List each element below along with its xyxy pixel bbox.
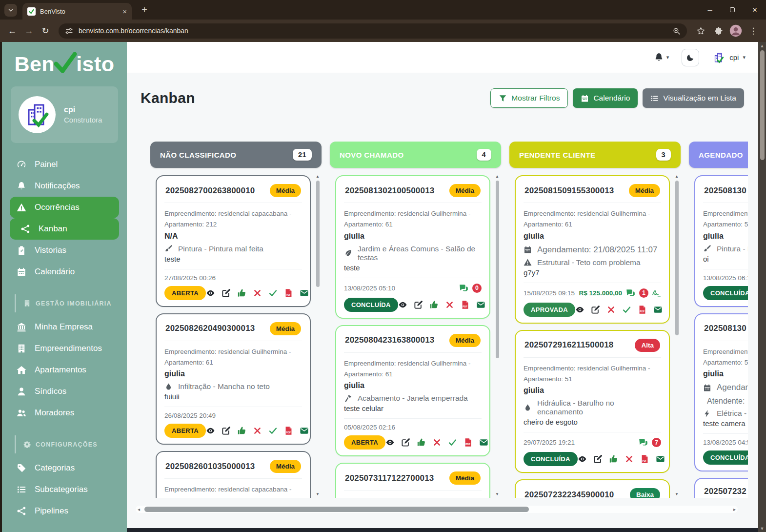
dark-mode-toggle[interactable] <box>682 49 699 66</box>
sidebar-item-moradores[interactable]: Moradores <box>10 402 119 424</box>
bookmark-star-button[interactable] <box>693 23 708 39</box>
chat-bubbles-icon[interactable] <box>459 283 469 293</box>
edit-pencil-icon[interactable] <box>401 438 410 447</box>
zoom-icon[interactable] <box>672 27 681 35</box>
column-card-list[interactable]: 2025081509155300013MédiaEmpreendimento: … <box>509 174 681 498</box>
pdf-file-icon[interactable]: PDF <box>461 300 470 309</box>
sidebar-item-ocorrencias[interactable]: Ocorrências <box>10 197 119 218</box>
envelope-icon[interactable] <box>479 438 488 447</box>
site-settings-icon[interactable] <box>65 27 73 35</box>
tab-search-button[interactable] <box>4 4 17 17</box>
column-scrollbar[interactable]: ▲▼ <box>674 174 679 497</box>
envelope-icon[interactable] <box>300 426 309 435</box>
kanban-card[interactable]: 2025082620490300013MédiaEmpreendimento: … <box>156 313 311 445</box>
new-tab-button[interactable]: + <box>139 4 150 16</box>
view-eye-icon[interactable] <box>206 288 215 298</box>
sidebar-item-subcategorias[interactable]: Subcategorias <box>10 479 119 500</box>
edit-pencil-icon[interactable] <box>222 288 231 298</box>
kanban-card[interactable]: 2025073117122700013MédiaEmpreendimento: … <box>335 463 490 498</box>
column-card-list[interactable]: 2025082700263800010MédiaEmpreendimento: … <box>150 174 322 498</box>
scroll-right-icon[interactable]: ▸ <box>733 507 736 512</box>
column-header[interactable]: AGENDADO <box>689 142 748 168</box>
scroll-down-icon[interactable]: ▼ <box>760 525 765 532</box>
column-scrollbar-thumb[interactable] <box>675 181 679 335</box>
sidebar-item-painel[interactable]: Painel <box>10 154 119 175</box>
browser-tab[interactable]: BenVisto × <box>22 3 132 20</box>
sidebar-item-empreendimentos[interactable]: Empreendimentos <box>10 338 119 359</box>
view-eye-icon[interactable] <box>398 300 407 309</box>
column-scrollbar-thumb[interactable] <box>496 181 499 358</box>
envelope-icon[interactable] <box>300 288 309 298</box>
board-horizontal-scrollbar[interactable]: ◂ ▸ <box>136 506 738 513</box>
check-icon[interactable] <box>268 288 278 298</box>
horizontal-scrollbar-thumb[interactable] <box>144 507 529 512</box>
pdf-file-icon[interactable]: PDF <box>640 454 649 464</box>
browser-menu-button[interactable]: ⋮ <box>746 23 761 39</box>
chat-bubbles-icon[interactable] <box>638 437 648 448</box>
chat-bubbles-icon[interactable] <box>625 288 636 298</box>
edit-pencil-icon[interactable] <box>414 300 423 309</box>
thumbs-up-icon[interactable] <box>237 288 246 298</box>
sidebar-item-apartamentos[interactable]: Apartamentos <box>10 359 119 381</box>
close-x-icon[interactable] <box>253 288 262 298</box>
kanban-card[interactable]: 2025082700263800010MédiaEmpreendimento: … <box>156 175 311 307</box>
kanban-card[interactable]: 2025072916211500018AltaEmpreendimento: r… <box>515 330 670 473</box>
sidebar-item-categorias[interactable]: Categorias <box>10 457 119 479</box>
check-icon[interactable] <box>268 426 278 435</box>
calendar-button[interactable]: Calendário <box>573 88 638 108</box>
thumbs-up-icon[interactable] <box>237 426 246 435</box>
scroll-up-icon[interactable]: ▲ <box>316 174 320 179</box>
app-logo[interactable]: Benisto <box>2 54 127 75</box>
edit-pencil-icon[interactable] <box>593 454 603 464</box>
show-filters-button[interactable]: Mostrar Filtros <box>490 88 568 108</box>
sidebar-item-pipelines[interactable]: Pipelines <box>10 500 119 522</box>
scroll-up-icon[interactable]: ▲ <box>495 174 499 179</box>
kanban-card[interactable]: 2025081509155300013MédiaEmpreendimento: … <box>515 175 670 324</box>
view-eye-icon[interactable] <box>578 454 587 464</box>
thumbs-up-icon[interactable] <box>609 454 618 464</box>
scroll-up-icon[interactable]: ▲ <box>675 174 679 179</box>
close-x-icon[interactable] <box>445 300 454 309</box>
kanban-card[interactable]: 2025080423163800013MédiaEmpreendimento: … <box>335 325 490 457</box>
column-scrollbar[interactable]: ▲▼ <box>315 174 320 497</box>
envelope-icon[interactable] <box>653 305 663 314</box>
column-card-list[interactable]: 202508130MédiaEmpreendimento: residencia… <box>689 174 748 498</box>
back-button[interactable]: ← <box>5 23 20 38</box>
pdf-file-icon[interactable]: PDF <box>638 305 647 314</box>
sidebar-item-kanban[interactable]: Kanban <box>10 218 119 240</box>
kanban-card[interactable]: 202507232 <box>694 478 748 498</box>
column-scrollbar[interactable]: ▲▼ <box>495 174 500 497</box>
org-profile-card[interactable]: cpi Construtora <box>11 86 118 143</box>
envelope-icon[interactable] <box>476 300 485 309</box>
close-x-icon[interactable] <box>432 438 442 447</box>
column-header[interactable]: PENDENTE CLIENTE3 <box>509 142 681 168</box>
thumbs-up-icon[interactable] <box>417 438 426 447</box>
window-maximize-button[interactable] <box>721 0 744 20</box>
edit-pencil-icon[interactable] <box>591 305 600 314</box>
pdf-file-icon[interactable]: PDF <box>464 438 473 447</box>
scroll-down-icon[interactable]: ▼ <box>675 492 679 497</box>
close-x-icon[interactable] <box>253 426 262 435</box>
window-close-button[interactable]: ✕ <box>744 0 766 20</box>
kanban-card[interactable]: 2025072322345900010BaixaEmpreendimento: … <box>515 479 670 498</box>
view-eye-icon[interactable] <box>575 305 585 314</box>
close-x-icon[interactable] <box>606 305 616 314</box>
check-icon[interactable] <box>448 438 457 447</box>
column-header[interactable]: NOVO CHAMADO4 <box>330 142 501 168</box>
extensions-button[interactable] <box>710 23 726 39</box>
scroll-down-icon[interactable]: ▼ <box>495 492 499 497</box>
check-icon[interactable] <box>622 305 631 314</box>
view-eye-icon[interactable] <box>206 426 215 435</box>
signature-icon[interactable] <box>652 288 661 298</box>
kanban-card[interactable]: 202508130MédiaEmpreendimento: residencia… <box>694 313 748 472</box>
close-x-icon[interactable] <box>625 454 634 464</box>
kanban-card[interactable]: 2025082601035000013MédiaEmpreendimento: … <box>156 451 311 498</box>
reload-button[interactable]: ↻ <box>38 23 53 38</box>
browser-profile-avatar[interactable] <box>728 23 744 39</box>
edit-pencil-icon[interactable] <box>222 426 231 435</box>
sidebar-item-notificacoes[interactable]: Notificações <box>10 175 119 197</box>
page-scrollbar-thumb[interactable] <box>760 50 765 160</box>
sidebar-item-minha-empresa[interactable]: Minha Empresa <box>10 316 119 338</box>
notifications-button[interactable]: ▾ <box>654 52 669 62</box>
column-header[interactable]: NÃO CLASSIFICADO21 <box>150 142 322 168</box>
